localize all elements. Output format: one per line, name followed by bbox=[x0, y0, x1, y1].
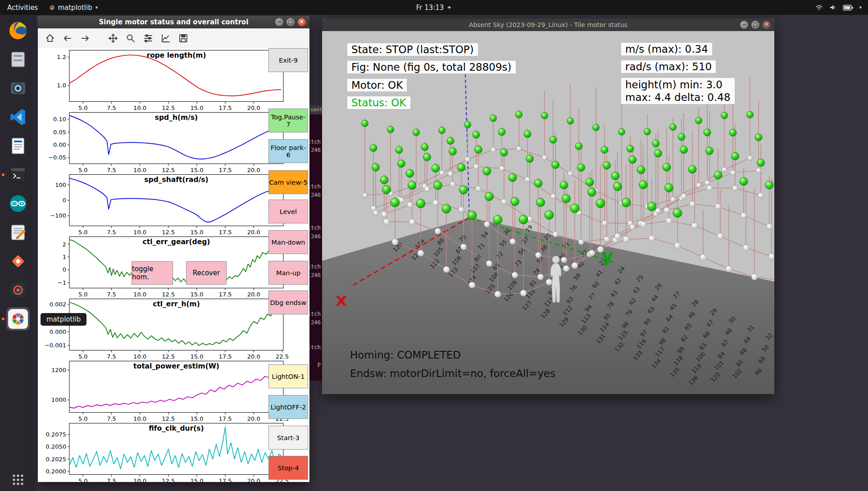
dock-item-file-manager[interactable] bbox=[6, 48, 30, 71]
button-start-3[interactable]: Start-3 bbox=[268, 426, 308, 450]
clock-label: Fr 13:13 bbox=[416, 4, 444, 12]
svg-text:0: 0 bbox=[63, 197, 66, 204]
dock-item-vscode[interactable] bbox=[6, 105, 30, 129]
left-window: Single motor status and overall control … bbox=[38, 16, 309, 482]
button-level[interactable]: Level bbox=[268, 200, 308, 223]
dock-item-firefox[interactable] bbox=[6, 19, 30, 42]
svg-text:2: 2 bbox=[63, 241, 66, 248]
terminal-text-fragment: itch bbox=[309, 264, 321, 270]
background-terminal-window[interactable]: sent itch246itch246itch246itch246itch246… bbox=[309, 105, 322, 381]
terminal-text-fragment: 246 bbox=[311, 147, 321, 153]
svg-text:17.5: 17.5 bbox=[219, 291, 232, 296]
button-lightoff-2[interactable]: LightOFF-2 bbox=[268, 395, 308, 419]
svg-text:15.0: 15.0 bbox=[191, 105, 204, 110]
minimize-button[interactable]: − bbox=[275, 18, 283, 26]
terminal-text-fragment: 246 bbox=[311, 192, 321, 198]
button-dbg-endsw[interactable]: Dbg endsw bbox=[268, 291, 308, 314]
svg-text:0.2025: 0.2025 bbox=[46, 456, 67, 463]
svg-text:10.0: 10.0 bbox=[133, 167, 146, 172]
maximize-button[interactable]: □ bbox=[286, 18, 295, 26]
dock-item-terminal[interactable] bbox=[6, 163, 30, 186]
hud-homing: Homing: COMPLETED bbox=[350, 349, 461, 361]
svg-text:17.5: 17.5 bbox=[219, 353, 232, 359]
button-man-down[interactable]: Man-down bbox=[268, 230, 308, 254]
svg-text:0.002: 0.002 bbox=[50, 301, 66, 308]
app-menu[interactable]: matplotlib ▾ bbox=[50, 4, 98, 12]
close-button[interactable]: × bbox=[298, 18, 306, 26]
svg-text:17.5: 17.5 bbox=[219, 477, 232, 482]
svg-text:1000: 1000 bbox=[51, 396, 66, 403]
svg-text:15.0: 15.0 bbox=[191, 291, 204, 296]
svg-text:12.5: 12.5 bbox=[162, 477, 175, 482]
app-menu-label: matplotlib bbox=[58, 4, 92, 12]
plot-title: ctl_err_h(m) bbox=[153, 300, 200, 308]
svg-text:20.0: 20.0 bbox=[247, 105, 260, 110]
file-manager-icon bbox=[8, 50, 28, 69]
button-floor-park-6[interactable]: Floor park-6 bbox=[268, 139, 308, 163]
button-stop-4[interactable]: Stop-4 bbox=[268, 456, 308, 480]
terminal-text-fragment: itch bbox=[309, 225, 321, 231]
dock-item-screen-recorder[interactable] bbox=[6, 278, 30, 302]
dock-item-camera[interactable] bbox=[6, 77, 30, 100]
svg-text:15.0: 15.0 bbox=[191, 415, 204, 421]
svg-text:0.2075: 0.2075 bbox=[46, 431, 67, 438]
home-icon[interactable] bbox=[43, 32, 57, 45]
svg-text:0.2050: 0.2050 bbox=[46, 443, 67, 450]
hud-fig: Fig: None (fig 0s, total 28809s) bbox=[347, 61, 516, 73]
system-menu-chevron-icon[interactable]: ▾ bbox=[859, 5, 862, 10]
hud-status: Status: OK bbox=[347, 96, 410, 109]
plot-title: total_power_estim(W) bbox=[133, 362, 219, 370]
volume-icon[interactable] bbox=[829, 3, 837, 12]
minimize-button[interactable]: − bbox=[740, 21, 748, 29]
right-window-titlebar[interactable]: Absent Sky (2023-09-29_Linux) - Tile mot… bbox=[322, 18, 774, 31]
svg-text:−0.001: −0.001 bbox=[45, 342, 66, 349]
dock-item-arduino[interactable] bbox=[6, 192, 30, 215]
terminal-text-fragment: itch bbox=[309, 139, 321, 145]
svg-text:0.05: 0.05 bbox=[53, 129, 66, 136]
svg-text:10.0: 10.0 bbox=[133, 353, 146, 359]
subplots-icon[interactable] bbox=[141, 32, 155, 45]
svg-text:20.0: 20.0 bbox=[247, 415, 260, 421]
dock bbox=[0, 15, 36, 491]
button-toggle-hom[interactable]: toggle hom. bbox=[132, 261, 173, 285]
forward-icon[interactable] bbox=[78, 32, 92, 45]
battery-icon[interactable] bbox=[843, 4, 854, 11]
close-button[interactable]: × bbox=[763, 21, 771, 29]
svg-text:5.0: 5.0 bbox=[78, 167, 88, 172]
save-icon[interactable] bbox=[177, 32, 190, 45]
network-wifi-icon[interactable] bbox=[815, 3, 823, 12]
button-cam-view-5[interactable]: Cam view-5 bbox=[268, 170, 308, 194]
dock-item-diagram-tool[interactable] bbox=[6, 250, 30, 273]
maximize-button[interactable]: □ bbox=[751, 21, 759, 29]
svg-text:0: 0 bbox=[63, 266, 66, 273]
svg-text:7.5: 7.5 bbox=[107, 229, 116, 234]
button-tog-pause-7[interactable]: Tog.Pause-7 bbox=[268, 109, 308, 132]
back-icon[interactable] bbox=[61, 32, 74, 45]
svg-text:22.5: 22.5 bbox=[276, 353, 289, 359]
button-recover[interactable]: Recover bbox=[186, 261, 227, 285]
svg-text:5.0: 5.0 bbox=[78, 105, 88, 110]
button-man-up[interactable]: Man-up bbox=[268, 261, 308, 285]
terminal-text-fragment: p bbox=[318, 361, 321, 367]
dock-item-writer[interactable] bbox=[6, 134, 30, 158]
svg-text:12.5: 12.5 bbox=[162, 229, 175, 234]
dock-item-matplotlib[interactable] bbox=[6, 307, 30, 331]
svg-text:15.0: 15.0 bbox=[191, 229, 204, 234]
activities-button[interactable]: Activities bbox=[7, 4, 38, 12]
svg-text:10.0: 10.0 bbox=[133, 105, 146, 110]
button-exit-9[interactable]: Exit-9 bbox=[268, 48, 308, 72]
dock-item-text-editor[interactable] bbox=[6, 221, 30, 244]
app-drawer-button[interactable] bbox=[0, 473, 36, 486]
clock[interactable]: Fr 13:13 bbox=[416, 4, 453, 12]
button-lighton-1[interactable]: LightON-1 bbox=[268, 364, 308, 388]
customize-icon[interactable] bbox=[159, 32, 173, 45]
left-window-title: Single motor status and overall control bbox=[99, 18, 248, 26]
plot-title: ctl_err_gear(deg) bbox=[143, 238, 210, 246]
left-window-titlebar[interactable]: Single motor status and overall control … bbox=[38, 16, 309, 28]
vscode-icon bbox=[8, 107, 28, 127]
svg-text:100: 100 bbox=[55, 182, 66, 188]
zoom-icon[interactable] bbox=[124, 32, 137, 45]
svg-text:1.2: 1.2 bbox=[57, 54, 66, 60]
svg-text:20.0: 20.0 bbox=[247, 167, 260, 172]
pan-icon[interactable] bbox=[106, 32, 120, 45]
